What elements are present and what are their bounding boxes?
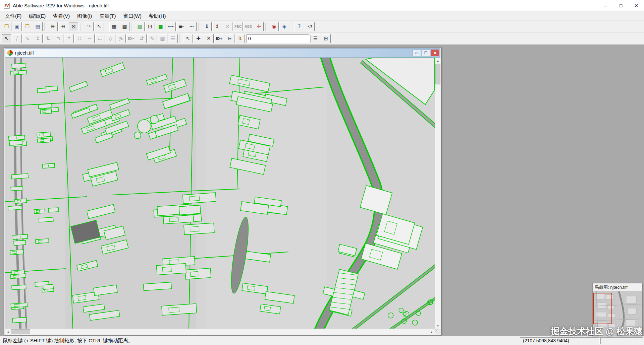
maximize-button[interactable]: □ — [613, 0, 629, 11]
id-down-icon[interactable]: ⇓ — [202, 22, 212, 31]
coordinate-readout: (2107.5098,843.9404) — [520, 337, 600, 344]
save-file-icon[interactable]: ▣ — [12, 22, 22, 31]
scroll-down-icon[interactable]: ▾ — [435, 323, 440, 329]
map-canvas[interactable] — [5, 58, 435, 329]
toolbar-separator — [179, 34, 182, 43]
line-list-icon[interactable]: ☰ — [311, 34, 320, 43]
join-lines-icon: ∷ — [74, 34, 84, 43]
toolbar-vector-right: ☰⊞ — [310, 34, 331, 43]
open-project-icon[interactable]: ❒ — [22, 22, 32, 31]
line-segment-icon[interactable]: ■– — [176, 22, 186, 31]
document-window: njtech.tiff ▭ ❐ ✕ ▴ ▾ ◂ ▸ — [4, 47, 441, 335]
horizontal-scroll-thumb[interactable] — [11, 329, 30, 334]
image-detail-icon[interactable]: ▩ — [120, 22, 129, 31]
toolbar-separator — [106, 23, 108, 31]
corner-right-icon: ↱ — [64, 34, 74, 43]
context-help-icon[interactable]: ↖? — [305, 22, 315, 31]
node-grid-icon[interactable]: ⊞ — [321, 34, 331, 43]
minimize-button[interactable]: – — [598, 0, 613, 11]
node-pick-icon[interactable]: ↖ — [183, 34, 193, 43]
smooth-line-icon: ∽ — [85, 34, 95, 43]
menu-vector[interactable]: 矢量(T) — [96, 11, 119, 20]
overview-window: 鸟瞰图: njtech.tiff — [592, 283, 642, 336]
zoom-out-icon[interactable]: ⊖ — [58, 22, 68, 31]
color-classify-icon[interactable]: ▨ — [135, 22, 145, 31]
toolbar-separator — [198, 23, 201, 31]
window-title: Able Software R2V for Windows - njtech.t… — [13, 3, 109, 8]
scroll-left-icon[interactable]: ◂ — [5, 329, 11, 334]
document-maximize-button[interactable]: ❐ — [422, 50, 430, 56]
snap-tool-icon[interactable]: ↯ — [235, 34, 245, 43]
toolbar-separator — [80, 23, 83, 31]
scroll-right-icon[interactable]: ▸ — [429, 329, 435, 334]
layer-combo-input[interactable] — [247, 35, 310, 43]
menu-window[interactable]: 窗口(W) — [119, 11, 145, 20]
scroll-track[interactable] — [30, 329, 429, 334]
delete-node-icon[interactable]: ✕ — [204, 34, 214, 43]
fill-hatch-icon: ▨ — [158, 34, 167, 43]
vertical-scrollbar[interactable]: ▴ ▾ — [435, 58, 440, 329]
app-icon — [3, 2, 10, 9]
layer-combo[interactable]: ▼ — [247, 34, 309, 43]
vector-overlay-icon[interactable]: ■ — [156, 22, 165, 31]
toolbar-separator — [131, 23, 133, 31]
vertical-scroll-thumb[interactable] — [435, 64, 440, 84]
document-minimize-button[interactable]: ▭ — [413, 50, 421, 56]
status-bar: 鼠标左键 (+ SHIFT 键) 绘制矩形, 按下 CTRL 键拖动距离。 (2… — [0, 336, 644, 345]
image-frame-icon[interactable]: ⊡ — [145, 22, 155, 31]
horizontal-scrollbar[interactable]: ◂ ▸ — [5, 329, 435, 334]
title-bar: Able Software R2V for Windows - njtech.t… — [0, 0, 644, 11]
application-window: Able Software R2V for Windows - njtech.t… — [0, 0, 644, 345]
corner-left-icon: ↰ — [54, 34, 63, 43]
document-title: njtech.tiff — [15, 50, 412, 56]
id-updown-icon[interactable]: ⇕ — [212, 22, 222, 31]
move-crosshair-icon[interactable]: ✛ — [254, 22, 264, 31]
ocr-fec-icon: FEC — [233, 22, 243, 31]
image-window-icon[interactable]: ▦ — [109, 22, 119, 31]
select-pointer-icon[interactable]: ↖ — [94, 22, 104, 31]
overview-title: 鸟瞰图: njtech.tiff — [595, 284, 628, 290]
menu-edit[interactable]: 编辑(E) — [25, 11, 49, 20]
edit-pen-icon: ✎ — [147, 34, 157, 43]
draw-line-icon: ∕ — [12, 34, 22, 43]
open-file-icon[interactable]: ❐ — [2, 22, 11, 31]
id-range-icon: ⇵ — [137, 34, 147, 43]
show-id-icon[interactable]: I= — [225, 34, 234, 43]
toolbar-vector-left: ↖∕∿↕⇅↰↱∷∽▭◇≶ID=⇵✎▨☰↖✚✕ID+I=↯ — [1, 34, 245, 43]
zoom-select-icon[interactable]: ⊠ — [69, 22, 78, 31]
add-node-icon[interactable]: ✚ — [194, 34, 203, 43]
help-icon[interactable]: ? — [294, 22, 304, 31]
menu-view[interactable]: 查看(V) — [49, 11, 73, 20]
status-message: 鼠标左键 (+ SHIFT 键) 绘制矩形, 按下 CTRL 键拖动距离。 — [0, 338, 520, 344]
ocr-abc-icon: ABC — [244, 22, 253, 31]
document-title-bar[interactable]: njtech.tiff ▭ ❐ ✕ — [5, 48, 440, 58]
raster-vector-image[interactable] — [5, 58, 435, 329]
assign-id-icon[interactable]: ID+ — [214, 34, 224, 43]
document-icon — [7, 50, 13, 56]
line-id-icon: ID= — [126, 34, 136, 43]
menu-file[interactable]: 文件(F) — [1, 11, 25, 20]
document-close-button[interactable]: ✕ — [431, 50, 439, 56]
insert-node-icon: ⇅ — [43, 34, 53, 43]
vector-select-icon[interactable]: ↖ — [2, 34, 11, 43]
toolbar-separator — [265, 23, 268, 31]
control-point-red-icon[interactable]: ◉ — [269, 22, 279, 31]
line-points-icon[interactable]: ·–· — [187, 22, 197, 31]
close-button[interactable]: ✕ — [629, 0, 644, 11]
draw-polygon-icon: ◇ — [106, 34, 115, 43]
resize-grip[interactable] — [435, 329, 440, 334]
zoom-in-icon[interactable]: ⊕ — [48, 22, 58, 31]
menu-help[interactable]: 帮助(H) — [145, 11, 170, 20]
menu-image[interactable]: 图像(I) — [73, 11, 96, 20]
line-endpoints-icon[interactable]: •–• — [166, 22, 176, 31]
scroll-up-icon[interactable]: ▴ — [435, 58, 440, 63]
mdi-workspace: njtech.tiff ▭ ❐ ✕ ▴ ▾ ◂ ▸ — [0, 45, 644, 336]
overview-map[interactable] — [593, 291, 642, 336]
toolbar-separator — [291, 23, 293, 31]
overview-title-bar[interactable]: 鸟瞰图: njtech.tiff — [593, 283, 642, 291]
move-node-icon: ↕ — [33, 34, 43, 43]
menubar: 文件(F)编辑(E)查看(V)图像(I)矢量(T)窗口(W)帮助(H) — [0, 11, 644, 21]
document-body: ▴ ▾ ◂ ▸ — [5, 58, 440, 334]
save-project-icon[interactable]: ▤ — [33, 22, 43, 31]
control-point-blue-icon[interactable]: ◈ — [279, 22, 289, 31]
